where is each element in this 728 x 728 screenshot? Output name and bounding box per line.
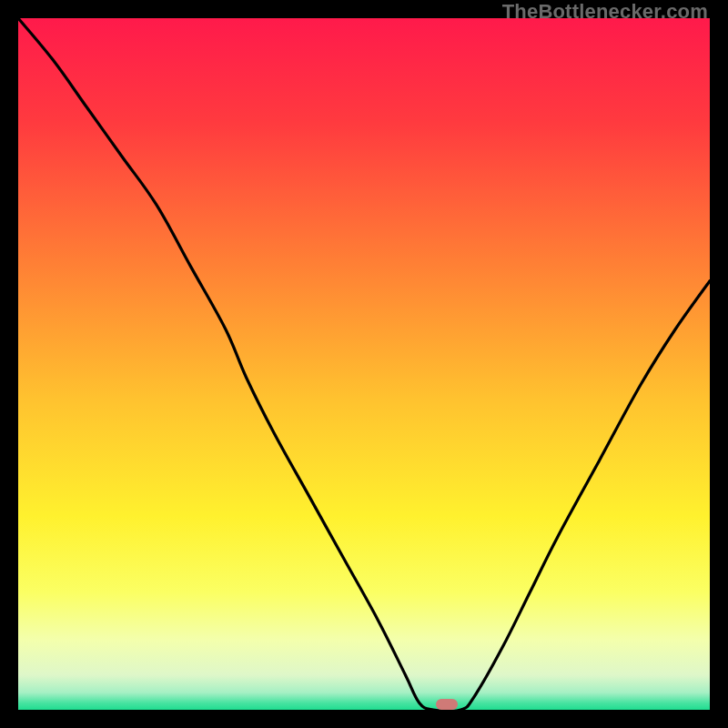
plot-area xyxy=(18,18,710,710)
chart-frame: TheBottlenecker.com xyxy=(0,0,728,728)
bottleneck-curve xyxy=(18,18,710,710)
optimum-marker xyxy=(436,699,458,710)
